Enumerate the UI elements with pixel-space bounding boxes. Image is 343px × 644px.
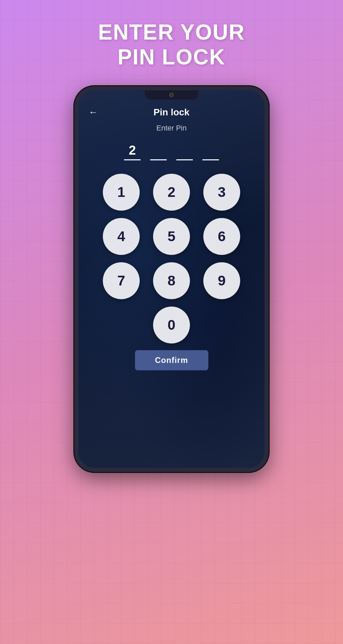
pin-underline-4 [202, 159, 219, 160]
pin-slot-1: 2 [124, 143, 141, 160]
pin-slot-4 [202, 143, 219, 160]
key-8[interactable]: 8 [153, 262, 190, 299]
keypad-row-1: 1 2 3 [103, 174, 240, 211]
key-9[interactable]: 9 [203, 262, 240, 299]
keypad-row-4: 0 [153, 307, 190, 343]
key-4[interactable]: 4 [103, 218, 140, 255]
key-7[interactable]: 7 [103, 262, 140, 299]
phone-mockup: ← Pin lock Enter Pin 2 [74, 86, 269, 472]
pin-display: 2 [124, 143, 219, 160]
keypad-row-2: 4 5 6 [103, 218, 240, 255]
screen-content: ← Pin lock Enter Pin 2 [78, 90, 265, 468]
key-1[interactable]: 1 [103, 174, 140, 211]
pin-slot-3 [176, 143, 193, 160]
confirm-button[interactable]: Confirm [135, 350, 208, 370]
page-title: Enter Your Pin Lock [98, 20, 245, 69]
phone-notch [145, 90, 198, 100]
keypad: 1 2 3 4 5 6 7 8 9 0 [103, 174, 240, 343]
screen-title: Pin lock [153, 107, 189, 118]
key-3[interactable]: 3 [203, 174, 240, 211]
enter-pin-label: Enter Pin [156, 124, 187, 132]
key-5[interactable]: 5 [153, 218, 190, 255]
keypad-row-3: 7 8 9 [103, 262, 240, 299]
screen-header: ← Pin lock [78, 107, 265, 118]
key-0[interactable]: 0 [153, 307, 190, 343]
key-2[interactable]: 2 [153, 174, 190, 211]
pin-underline-3 [176, 159, 193, 160]
pin-value-1: 2 [129, 143, 136, 158]
phone-screen: ← Pin lock Enter Pin 2 [78, 90, 265, 468]
back-button[interactable]: ← [88, 107, 98, 118]
pin-underline-2 [150, 159, 167, 160]
pin-slot-2 [150, 143, 167, 160]
phone-camera [169, 93, 174, 97]
key-6[interactable]: 6 [203, 218, 240, 255]
pin-underline-1 [124, 159, 141, 160]
